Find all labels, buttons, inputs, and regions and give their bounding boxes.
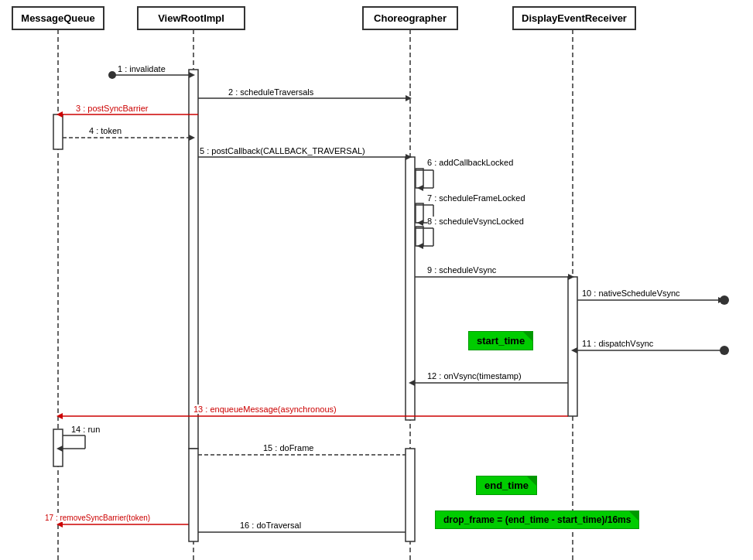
sequence-diagram: MessageQueue ViewRootImpl Choreographer … (0, 0, 753, 560)
svg-marker-16 (406, 95, 412, 101)
msg-8-label: 8 : scheduleVsyncLocked (427, 217, 524, 226)
msg-4-label: 4 : token (89, 126, 122, 135)
svg-rect-10 (53, 114, 63, 149)
msg-1-label: 1 : invalidate (118, 64, 166, 73)
actor-displayeventreceiver: DisplayEventReceiver (512, 6, 636, 30)
svg-marker-56 (56, 521, 63, 528)
msg-12-label: 12 : onVsync(timestamp) (427, 371, 522, 381)
svg-point-39 (720, 295, 729, 305)
svg-lines (0, 0, 753, 560)
msg-13-label: 13 : enqueueMessage(asynchronous) (193, 405, 337, 414)
svg-rect-7 (416, 203, 423, 223)
msg-17-label: 17 : removeSyncBarrier(token) (45, 513, 150, 522)
msg-14-label: 14 : run (71, 425, 100, 434)
svg-marker-46 (56, 413, 63, 419)
msg-7-label: 7 : scheduleFrameLocked (427, 193, 525, 203)
msg-15-label: 15 : doFrame (263, 443, 313, 452)
actor-viewrootimpl: ViewRootImpl (137, 6, 245, 30)
note-drop-frame: drop_frame = (end_time - start_time)/16m… (435, 510, 639, 529)
svg-rect-8 (416, 227, 423, 246)
msg-10-label: 10 : nativeScheduleVsync (582, 289, 680, 298)
actor-choreographer: Choreographer (362, 6, 458, 30)
msg-5-label: 5 : postCallback(CALLBACK_TRAVERSAL) (200, 146, 365, 155)
svg-rect-4 (189, 70, 198, 449)
svg-rect-6 (416, 169, 423, 188)
svg-rect-57 (189, 449, 198, 541)
msg-6-label: 6 : addCallbackLocked (427, 158, 513, 167)
note-start-time: start_time (468, 331, 533, 350)
svg-rect-9 (568, 277, 577, 416)
svg-point-42 (720, 346, 729, 355)
svg-rect-58 (406, 449, 415, 541)
msg-9-label: 9 : scheduleVsync (427, 265, 496, 275)
svg-point-14 (108, 71, 116, 79)
note-end-time: end_time (476, 476, 537, 495)
actor-messagequeue: MessageQueue (12, 6, 104, 30)
msg-2-label: 2 : scheduleTraversals (228, 87, 313, 97)
msg-16-label: 16 : doTraversal (240, 521, 301, 530)
msg-11-label: 11 : dispatchVsync (582, 339, 653, 348)
msg-3-label: 3 : postSyncBarrier (76, 104, 149, 113)
